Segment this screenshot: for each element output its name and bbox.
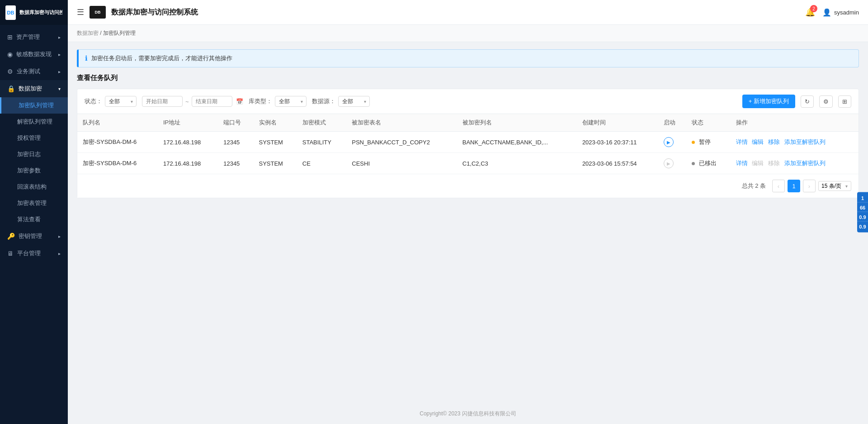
- sidebar-item-key-label: 密钥管理: [19, 232, 42, 240]
- sensitive-arrow: ▸: [58, 52, 61, 57]
- detail-link-1[interactable]: 详情: [736, 138, 748, 145]
- sidebar-item-platform-label: 平台管理: [17, 249, 41, 257]
- settings-button[interactable]: ⚙: [819, 95, 833, 108]
- add-encrypt-queue-button[interactable]: + 新增加密队列: [742, 95, 795, 108]
- prev-page-button[interactable]: ‹: [772, 180, 785, 192]
- sidebar-item-rolling-table-label: 回滚表结构: [17, 183, 47, 190]
- table-panel: 状态： 全部 ~ 📅 库类型：: [77, 89, 859, 198]
- notification-bell[interactable]: 🔔 2: [805, 7, 815, 17]
- status-dot-moved: [692, 162, 695, 165]
- col-encrypted-table: 被加密表名: [346, 114, 457, 132]
- sidebar-item-encrypt-label: 数据加密: [19, 85, 42, 93]
- sidebar-item-auth[interactable]: 授权管理: [0, 130, 68, 146]
- col-start: 启动: [658, 114, 686, 132]
- sidebar: DB 数据库加密与访问控制系统 ⊞ 资产管理 ▸ ◉ 敏感数据发现 ▸ ⚙ 业务…: [0, 0, 68, 424]
- start-button-2[interactable]: ▶: [664, 158, 674, 168]
- breadcrumb-parent[interactable]: 数据加密: [77, 30, 99, 36]
- topbar-left: ☰ DB 数据库加密与访问控制系统: [77, 6, 198, 19]
- page-1-button[interactable]: 1: [788, 180, 800, 192]
- status-select-wrapper: 全部: [105, 96, 137, 107]
- cell-port: 12345: [218, 153, 253, 174]
- sidebar-item-key[interactable]: 🔑 密钥管理 ▸: [0, 228, 68, 245]
- sidebar-item-algorithm[interactable]: 算法查看: [0, 211, 68, 228]
- logo-area: DB 数据库加密与访问控制系统: [0, 0, 68, 25]
- datasource-filter: 数据源： 全部: [312, 96, 370, 107]
- sidebar-item-encrypt-log[interactable]: 加密日志: [0, 146, 68, 162]
- cell-ip: 172.16.48.198: [158, 153, 218, 174]
- cell-encrypted-table: CESHI: [346, 153, 457, 174]
- system-title: 数据库加密与访问控制系统: [111, 8, 198, 17]
- user-avatar-icon: 👤: [822, 8, 831, 17]
- sidebar-item-encrypt[interactable]: 🔒 数据加密 ▾: [0, 80, 68, 97]
- col-actions: 操作: [731, 114, 859, 132]
- detail-link-2[interactable]: 详情: [736, 160, 748, 167]
- start-button-1[interactable]: ▶: [664, 137, 674, 147]
- breadcrumb-current: 加密队列管理: [103, 30, 136, 36]
- cell-encrypted-columns: C1,C2,C3: [457, 153, 577, 174]
- calendar-icon[interactable]: 📅: [236, 98, 243, 105]
- filter-bar: 状态： 全部 ~ 📅 库类型：: [77, 89, 859, 114]
- cell-queue-name: 加密-SYSDBA-DM-6: [77, 132, 158, 153]
- status-text: 已移出: [699, 160, 717, 167]
- page-title: 查看任务队列: [77, 74, 859, 82]
- sidebar-item-asset[interactable]: ⊞ 资产管理 ▸: [0, 29, 68, 46]
- datasource-select[interactable]: 全部: [338, 96, 370, 107]
- table-row: 加密-SYSDBA-DM-6 172.16.48.198 12345 SYSTE…: [77, 132, 859, 153]
- sidebar-item-encrypt-table[interactable]: 加密表管理: [0, 195, 68, 211]
- user-menu[interactable]: 👤 sysadmin: [822, 8, 859, 17]
- menu-toggle-icon[interactable]: ☰: [77, 7, 84, 17]
- date-start-input[interactable]: [142, 96, 183, 107]
- remove-link-2: 移除: [768, 160, 780, 167]
- cell-created-time: 2023-03-06 15:57:54: [577, 153, 658, 174]
- play-icon: ▶: [667, 161, 670, 166]
- platform-arrow: ▸: [58, 251, 61, 256]
- play-icon: ▶: [667, 140, 670, 145]
- encrypt-arrow: ▾: [58, 86, 61, 91]
- side-widget-row-2: 66: [857, 203, 868, 212]
- cell-status: 暂停: [686, 132, 731, 153]
- add-decrypt-link-1[interactable]: 添加至解密队列: [784, 138, 826, 145]
- cell-encrypted-columns: BANK_ACCTNAME,BANK_ID,...: [457, 132, 577, 153]
- sidebar-item-rolling-table[interactable]: 回滚表结构: [0, 179, 68, 195]
- status-select[interactable]: 全部: [105, 96, 137, 107]
- dbtype-select[interactable]: 全部: [275, 96, 307, 107]
- table-row: 加密-SYSDBA-DM-6 172.16.48.198 12345 SYSTE…: [77, 153, 859, 174]
- date-separator: ~: [185, 98, 189, 105]
- next-page-button[interactable]: ›: [803, 180, 816, 192]
- col-encrypted-columns: 被加密列名: [457, 114, 577, 132]
- sidebar-item-business[interactable]: ⚙ 业务测试 ▸: [0, 63, 68, 80]
- sidebar-item-decrypt-queue[interactable]: 解密队列管理: [0, 114, 68, 130]
- side-widget-row-3: 0.9: [857, 213, 868, 221]
- sidebar-item-encrypt-queue[interactable]: 加密队列管理: [0, 97, 68, 114]
- add-decrypt-link-2[interactable]: 添加至解密队列: [784, 160, 826, 167]
- topbar-right: 🔔 2 👤 sysadmin: [805, 7, 859, 17]
- col-created-time: 创建时间: [577, 114, 658, 132]
- table-body: 加密-SYSDBA-DM-6 172.16.48.198 12345 SYSTE…: [77, 132, 859, 174]
- cell-queue-name: 加密-SYSDBA-DM-6: [77, 153, 158, 174]
- col-ip: IP地址: [158, 114, 218, 132]
- column-settings-button[interactable]: ⊞: [838, 95, 851, 108]
- encrypt-icon: 🔒: [7, 85, 15, 92]
- date-filter: ~ 📅: [142, 96, 243, 107]
- copyright-text: Copyright© 2023 闪捷信息科技有限公司: [420, 410, 516, 417]
- date-end-input[interactable]: [192, 96, 232, 107]
- sensitive-icon: ◉: [7, 51, 13, 58]
- col-queue-name: 队列名: [77, 114, 158, 132]
- refresh-button[interactable]: ↻: [801, 95, 814, 108]
- sidebar-item-sensitive[interactable]: ◉ 敏感数据发现 ▸: [0, 46, 68, 63]
- remove-link-1[interactable]: 移除: [768, 138, 780, 145]
- edit-link-1[interactable]: 编辑: [752, 138, 764, 145]
- asset-arrow: ▸: [58, 35, 61, 40]
- asset-icon: ⊞: [7, 33, 13, 41]
- sidebar-item-encrypt-log-label: 加密日志: [17, 151, 41, 157]
- cell-encrypt-mode: CE: [297, 153, 346, 174]
- sidebar-item-encrypt-param[interactable]: 加密参数: [0, 162, 68, 179]
- cell-instance: SYSTEM: [254, 132, 297, 153]
- side-widget: 1 66 0.9 0.9: [857, 192, 868, 232]
- page-size-select[interactable]: 15 条/页: [818, 181, 851, 191]
- sidebar-item-platform[interactable]: 🖥 平台管理 ▸: [0, 245, 68, 262]
- cell-actions: 详情 编辑 移除 添加至解密队列: [731, 153, 859, 174]
- status-label: 状态：: [85, 97, 102, 105]
- col-encrypt-mode: 加密模式: [297, 114, 346, 132]
- edit-link-2: 编辑: [752, 160, 764, 167]
